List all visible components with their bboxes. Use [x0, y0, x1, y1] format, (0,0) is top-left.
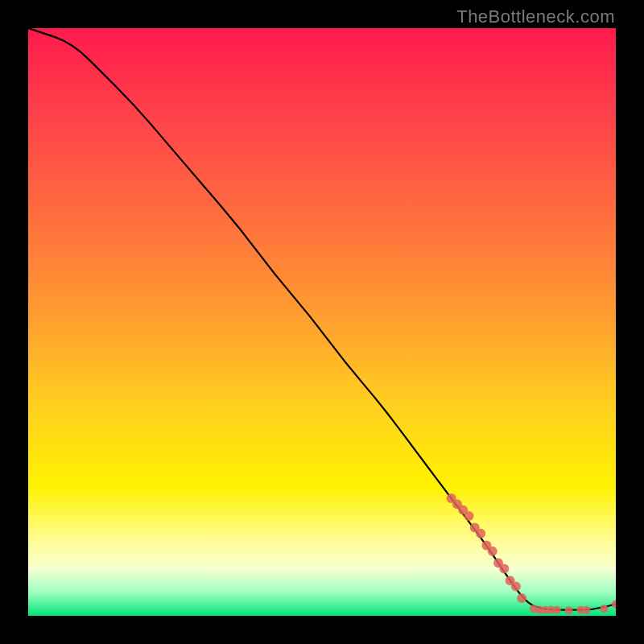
scatter-point [553, 606, 561, 614]
chart-plot-area [28, 28, 616, 616]
chart-frame: TheBottleneck.com [0, 0, 644, 644]
scatter-point [488, 547, 497, 556]
scatter-point [464, 511, 474, 521]
scatter-point [583, 606, 591, 614]
chart-attribution-text: TheBottleneck.com [456, 6, 615, 27]
chart-scatter-points [447, 493, 616, 614]
scatter-point [612, 600, 616, 608]
scatter-point [499, 564, 509, 574]
scatter-point [600, 605, 608, 613]
scatter-point [476, 529, 485, 539]
chart-line [28, 28, 616, 610]
scatter-point [517, 593, 526, 603]
chart-svg-layer [28, 28, 616, 616]
scatter-point [565, 606, 573, 614]
scatter-point [511, 582, 521, 592]
